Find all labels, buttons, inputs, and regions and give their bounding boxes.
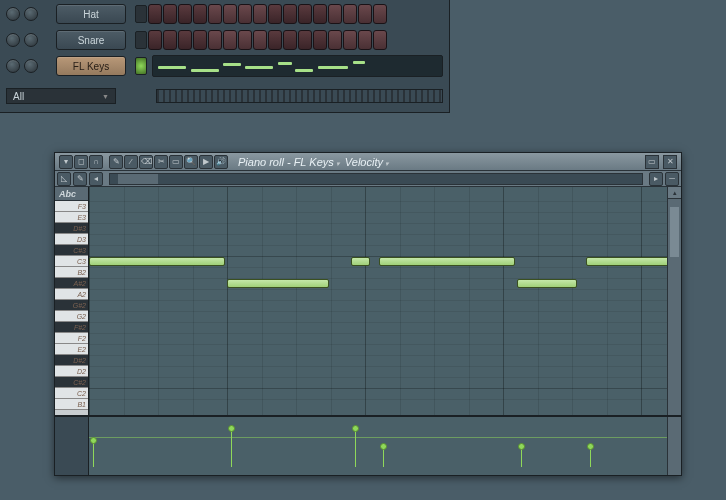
channel-led[interactable]: [135, 31, 147, 49]
piano-key[interactable]: C#2: [55, 377, 88, 388]
step-cell[interactable]: [148, 4, 162, 24]
piano-roll-titlebar[interactable]: ▾ ◻ ∩ ✎ ⁄ ⌫ ✂ ▭ 🔍 ▶ 🔊 Piano roll - FL Ke…: [55, 153, 681, 171]
step-cell[interactable]: [268, 30, 282, 50]
step-cell[interactable]: [223, 30, 237, 50]
step-cell[interactable]: [373, 30, 387, 50]
step-cell[interactable]: [208, 4, 222, 24]
zoom-icon[interactable]: 🔍: [184, 155, 198, 169]
close-button[interactable]: ✕: [663, 155, 677, 169]
step-cell[interactable]: [223, 4, 237, 24]
step-cell[interactable]: [373, 4, 387, 24]
piano-key[interactable]: A#2: [55, 278, 88, 289]
step-cell[interactable]: [343, 4, 357, 24]
vol-knob[interactable]: [24, 59, 38, 73]
step-cell[interactable]: [208, 30, 222, 50]
piano-key[interactable]: E2: [55, 344, 88, 355]
piano-key[interactable]: D#2: [55, 355, 88, 366]
piano-key[interactable]: E3: [55, 212, 88, 223]
piano-key[interactable]: A2: [55, 289, 88, 300]
velocity-handle[interactable]: [228, 425, 235, 432]
midi-note[interactable]: [89, 257, 225, 266]
midi-note[interactable]: [586, 257, 667, 266]
step-cell[interactable]: [193, 30, 207, 50]
step-cell[interactable]: [253, 4, 267, 24]
step-cell[interactable]: [313, 30, 327, 50]
zoom-fit-button[interactable]: ─: [665, 172, 679, 186]
step-cell[interactable]: [343, 30, 357, 50]
pencil-small-icon[interactable]: ✎: [73, 172, 87, 186]
horizontal-scrollbar[interactable]: [109, 173, 643, 185]
scroll-left-button[interactable]: ◂: [89, 172, 103, 186]
velocity-handle[interactable]: [380, 443, 387, 450]
step-cell[interactable]: [328, 4, 342, 24]
step-cell[interactable]: [283, 30, 297, 50]
tool-magnet-icon[interactable]: ∩: [89, 155, 103, 169]
step-cell[interactable]: [328, 30, 342, 50]
step-cell[interactable]: [178, 30, 192, 50]
step-cell[interactable]: [283, 4, 297, 24]
select-icon[interactable]: ▭: [169, 155, 183, 169]
step-cell[interactable]: [178, 4, 192, 24]
channel-button[interactable]: Snare: [56, 30, 126, 50]
pencil-icon[interactable]: ✎: [109, 155, 123, 169]
step-cell[interactable]: [163, 4, 177, 24]
step-cell[interactable]: [358, 4, 372, 24]
step-cell[interactable]: [313, 4, 327, 24]
channel-button[interactable]: Hat: [56, 4, 126, 24]
pan-knob[interactable]: [6, 59, 20, 73]
key-mode-label[interactable]: Abc: [59, 189, 76, 199]
channel-button[interactable]: FL Keys: [56, 56, 126, 76]
midi-note[interactable]: [379, 257, 515, 266]
piano-key[interactable]: C2: [55, 388, 88, 399]
step-cell[interactable]: [163, 30, 177, 50]
channel-led[interactable]: [135, 57, 147, 75]
velocity-handle[interactable]: [518, 443, 525, 450]
minimize-button[interactable]: ▭: [645, 155, 659, 169]
piano-key[interactable]: D3: [55, 234, 88, 245]
corner-tool-icon[interactable]: ◺: [57, 172, 71, 186]
step-cell[interactable]: [253, 30, 267, 50]
pan-knob[interactable]: [6, 7, 20, 21]
vertical-scrollbar[interactable]: ▴: [667, 187, 681, 415]
step-cell[interactable]: [193, 4, 207, 24]
piano-key[interactable]: G#2: [55, 300, 88, 311]
piano-key[interactable]: C#3: [55, 245, 88, 256]
step-cell[interactable]: [298, 4, 312, 24]
midi-note[interactable]: [351, 257, 370, 266]
step-cell[interactable]: [238, 4, 252, 24]
piano-key[interactable]: F2: [55, 333, 88, 344]
piano-key[interactable]: G2: [55, 311, 88, 322]
channel-led[interactable]: [135, 5, 147, 23]
velocity-handle[interactable]: [587, 443, 594, 450]
step-cell[interactable]: [238, 30, 252, 50]
step-cell[interactable]: [268, 4, 282, 24]
midi-note[interactable]: [227, 279, 329, 288]
tool-select-icon[interactable]: ◻: [74, 155, 88, 169]
velocity-editor[interactable]: [89, 417, 667, 475]
piano-key[interactable]: B2: [55, 267, 88, 278]
piano-key[interactable]: F#2: [55, 322, 88, 333]
piano-key[interactable]: B1: [55, 399, 88, 410]
play-icon[interactable]: ▶: [199, 155, 213, 169]
piano-key[interactable]: C3: [55, 256, 88, 267]
step-cell[interactable]: [358, 30, 372, 50]
piano-key[interactable]: D#3: [55, 223, 88, 234]
midi-note[interactable]: [517, 279, 577, 288]
piano-key[interactable]: D2: [55, 366, 88, 377]
vol-knob[interactable]: [24, 33, 38, 47]
velocity-handle[interactable]: [90, 437, 97, 444]
menu-icon[interactable]: ▾: [59, 155, 73, 169]
slice-icon[interactable]: ✂: [154, 155, 168, 169]
group-selector[interactable]: All ▼: [6, 88, 116, 104]
step-cell[interactable]: [298, 30, 312, 50]
scroll-right-button[interactable]: ▸: [649, 172, 663, 186]
mini-piano-roll[interactable]: [152, 55, 443, 77]
vol-knob[interactable]: [24, 7, 38, 21]
erase-icon[interactable]: ⌫: [139, 155, 153, 169]
piano-roll-grid[interactable]: [89, 187, 667, 415]
piano-keys-column[interactable]: Abc F3E3D#3D3C#3C3B2A#2A2G#2G2F#2F2E2D#2…: [55, 187, 89, 415]
step-cell[interactable]: [148, 30, 162, 50]
velocity-handle[interactable]: [352, 425, 359, 432]
pan-knob[interactable]: [6, 33, 20, 47]
brush-icon[interactable]: ⁄: [124, 155, 138, 169]
